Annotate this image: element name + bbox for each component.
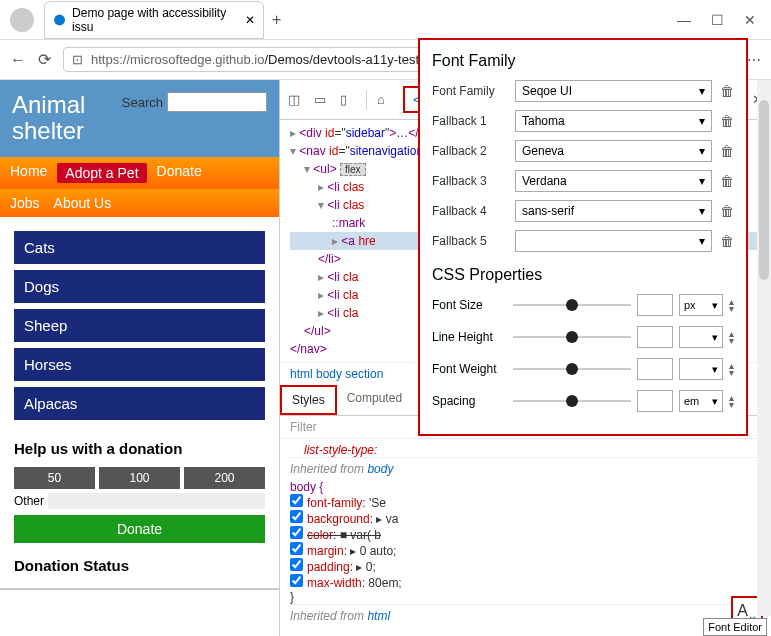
new-tab-button[interactable]: + <box>272 11 281 29</box>
tab-title: Demo page with accessibility issu <box>72 6 239 34</box>
cat-cats[interactable]: Cats <box>14 231 265 264</box>
delete-icon[interactable]: 🗑 <box>720 233 734 249</box>
cat-sheep[interactable]: Sheep <box>14 309 265 342</box>
url-host: https://microsoftedge.github.io <box>91 52 264 67</box>
search-label: Search <box>122 95 163 110</box>
search-input[interactable] <box>167 92 267 112</box>
donate-button[interactable]: Donate <box>14 515 265 543</box>
tab-close-icon[interactable]: ✕ <box>245 13 255 27</box>
fe-prop-label: Font Weight <box>432 362 507 376</box>
fe-value-0[interactable] <box>637 294 673 316</box>
cat-horses[interactable]: Horses <box>14 348 265 381</box>
fe-slider-3[interactable] <box>513 400 631 402</box>
tab-computed[interactable]: Computed <box>337 385 412 415</box>
fe-select-5[interactable]: ▾ <box>515 230 712 252</box>
other-label: Other <box>14 494 44 508</box>
close-window-button[interactable]: ✕ <box>744 12 756 28</box>
fe-spinner[interactable]: ▴▾ <box>729 394 734 408</box>
fe-prop-label: Line Height <box>432 330 507 344</box>
amount-50[interactable]: 50 <box>14 467 95 489</box>
fe-unit-0[interactable]: px▾ <box>679 294 723 316</box>
css-rules: list-style-type: Inherited from body bod… <box>280 439 771 631</box>
fe-slider-2[interactable] <box>513 368 631 370</box>
rendered-page: Animal shelter Search Home Adopt a Pet D… <box>0 80 280 636</box>
minimize-button[interactable]: — <box>677 12 691 28</box>
fe-slider-1[interactable] <box>513 336 631 338</box>
nav-donate[interactable]: Donate <box>157 163 202 183</box>
dock-icon[interactable]: ▯ <box>340 92 356 108</box>
fe-spinner[interactable]: ▴▾ <box>729 330 734 344</box>
fe-label: Fallback 4 <box>432 204 507 218</box>
fe-select-0[interactable]: Seqoe UI▾ <box>515 80 712 102</box>
fe-prop-label: Spacing <box>432 394 507 408</box>
page-title: Animal shelter <box>12 92 122 145</box>
cat-alpacas[interactable]: Alpacas <box>14 387 265 420</box>
css-toggle[interactable] <box>290 494 303 507</box>
fe-value-2[interactable] <box>637 358 673 380</box>
font-editor-popup: Font Family Font Family Seqoe UI▾ 🗑Fallb… <box>418 38 748 436</box>
nav-jobs[interactable]: Jobs <box>10 195 40 211</box>
fe-slider-0[interactable] <box>513 304 631 306</box>
other-amount-input[interactable] <box>48 493 265 509</box>
refresh-button[interactable]: ⟳ <box>38 50 51 69</box>
fe-unit-3[interactable]: em▾ <box>679 390 723 412</box>
nav-home[interactable]: Home <box>10 163 47 183</box>
fe-select-1[interactable]: Tahoma▾ <box>515 110 712 132</box>
fe-spinner[interactable]: ▴▾ <box>729 362 734 376</box>
fe-value-1[interactable] <box>637 326 673 348</box>
browser-tab[interactable]: Demo page with accessibility issu ✕ <box>44 1 264 39</box>
inspect-icon[interactable]: ◫ <box>288 92 304 108</box>
device-icon[interactable]: ▭ <box>314 92 330 108</box>
url-path: /Demos/devtools-a11y-testing/ <box>264 52 440 67</box>
back-button[interactable]: ← <box>10 51 26 69</box>
more-menu[interactable]: ⋯ <box>747 52 761 68</box>
scrollbar[interactable] <box>757 80 771 616</box>
cat-dogs[interactable]: Dogs <box>14 270 265 303</box>
css-toggle[interactable] <box>290 526 303 539</box>
fe-unit-2[interactable]: ▾ <box>679 358 723 380</box>
maximize-button[interactable]: ☐ <box>711 12 724 28</box>
amount-200[interactable]: 200 <box>184 467 265 489</box>
fe-label: Font Family <box>432 84 507 98</box>
edge-icon <box>53 13 66 27</box>
delete-icon[interactable]: 🗑 <box>720 143 734 159</box>
css-toggle[interactable] <box>290 542 303 555</box>
svg-point-0 <box>54 14 65 25</box>
donation-status-heading: Donation Status <box>0 543 279 590</box>
fe-label: Fallback 1 <box>432 114 507 128</box>
delete-icon[interactable]: 🗑 <box>720 173 734 189</box>
window-titlebar: Demo page with accessibility issu ✕ + — … <box>0 0 771 40</box>
nav-about[interactable]: About Us <box>54 195 112 211</box>
css-toggle[interactable] <box>290 510 303 523</box>
fe-unit-1[interactable]: ▾ <box>679 326 723 348</box>
delete-icon[interactable]: 🗑 <box>720 83 734 99</box>
fe-label: Fallback 2 <box>432 144 507 158</box>
css-toggle[interactable] <box>290 574 303 587</box>
profile-avatar[interactable] <box>10 8 34 32</box>
amount-100[interactable]: 100 <box>99 467 180 489</box>
delete-icon[interactable]: 🗑 <box>720 203 734 219</box>
font-family-heading: Font Family <box>432 52 734 70</box>
fe-prop-label: Font Size <box>432 298 507 312</box>
delete-icon[interactable]: 🗑 <box>720 113 734 129</box>
tab-styles[interactable]: Styles <box>280 385 337 415</box>
fe-value-3[interactable] <box>637 390 673 412</box>
fe-label: Fallback 3 <box>432 174 507 188</box>
welcome-icon[interactable]: ⌂ <box>377 92 393 108</box>
help-heading: Help us with a donation <box>14 440 265 457</box>
css-toggle[interactable] <box>290 558 303 571</box>
fe-spinner[interactable]: ▴▾ <box>729 298 734 312</box>
lock-icon: ⊡ <box>72 52 83 67</box>
fe-label: Fallback 5 <box>432 234 507 248</box>
fe-select-2[interactable]: Geneva▾ <box>515 140 712 162</box>
css-props-heading: CSS Properties <box>432 266 734 284</box>
fe-select-4[interactable]: sans-serif▾ <box>515 200 712 222</box>
font-editor-tooltip: Font Editor <box>703 618 767 636</box>
main-nav: Home Adopt a Pet Donate <box>0 157 279 189</box>
nav-adopt[interactable]: Adopt a Pet <box>57 163 146 183</box>
fe-select-3[interactable]: Verdana▾ <box>515 170 712 192</box>
